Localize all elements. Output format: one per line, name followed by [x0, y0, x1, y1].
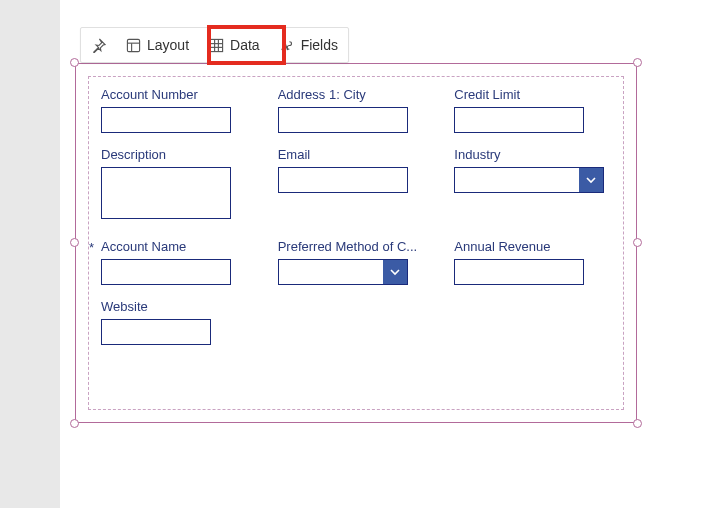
fields-tab-label: Fields	[301, 37, 338, 53]
chevron-down-icon[interactable]	[383, 260, 407, 284]
grid-icon	[209, 38, 224, 53]
form-card[interactable]: Account Number Address 1: City Credit Li…	[75, 63, 637, 423]
resize-handle[interactable]	[633, 58, 642, 67]
text-input[interactable]	[101, 107, 231, 133]
field-account-number[interactable]: Account Number	[101, 87, 258, 133]
text-input[interactable]	[278, 107, 408, 133]
pin-button[interactable]	[81, 28, 116, 62]
layout-tab-label: Layout	[147, 37, 189, 53]
dropdown-input[interactable]	[454, 167, 604, 193]
context-toolbar: Layout Data Fields	[80, 27, 349, 63]
field-label: Preferred Method of C...	[278, 239, 435, 254]
field-label: Description	[101, 147, 258, 162]
data-tab[interactable]: Data	[199, 28, 270, 62]
resize-handle[interactable]	[70, 419, 79, 428]
form-card-selection[interactable]: Account Number Address 1: City Credit Li…	[75, 63, 637, 423]
svg-rect-0	[127, 39, 139, 51]
layout-tab[interactable]: Layout	[116, 28, 199, 62]
resize-handle[interactable]	[633, 238, 642, 247]
data-tab-label: Data	[230, 37, 260, 53]
fields-icon	[280, 38, 295, 53]
field-address1-city[interactable]: Address 1: City	[278, 87, 435, 133]
field-email[interactable]: Email	[278, 147, 435, 219]
fields-tab[interactable]: Fields	[270, 28, 348, 62]
multiline-input[interactable]	[101, 167, 231, 219]
field-label: Annual Revenue	[454, 239, 611, 254]
text-input[interactable]	[454, 107, 584, 133]
fields-grid: Account Number Address 1: City Credit Li…	[101, 87, 611, 399]
field-label: Address 1: City	[278, 87, 435, 102]
svg-rect-3	[210, 39, 222, 51]
field-annual-revenue[interactable]: Annual Revenue	[454, 239, 611, 285]
field-label: Website	[101, 299, 258, 314]
field-website[interactable]: Website	[101, 299, 258, 345]
field-description[interactable]: Description	[101, 147, 258, 219]
field-label: Industry	[454, 147, 611, 162]
chevron-down-icon[interactable]	[579, 168, 603, 192]
form-section[interactable]: Account Number Address 1: City Credit Li…	[88, 76, 624, 410]
field-preferred-method[interactable]: Preferred Method of C...	[278, 239, 435, 285]
field-industry[interactable]: Industry	[454, 147, 611, 219]
field-label: Credit Limit	[454, 87, 611, 102]
resize-handle[interactable]	[70, 58, 79, 67]
text-input[interactable]	[101, 319, 211, 345]
field-label: Account Name	[101, 239, 258, 254]
dropdown-input[interactable]	[278, 259, 408, 285]
required-indicator: *	[89, 240, 94, 255]
field-credit-limit[interactable]: Credit Limit	[454, 87, 611, 133]
text-input[interactable]	[278, 167, 408, 193]
text-input[interactable]	[101, 259, 231, 285]
field-account-name[interactable]: * Account Name	[101, 239, 258, 285]
field-label: Email	[278, 147, 435, 162]
resize-handle[interactable]	[633, 419, 642, 428]
field-label: Account Number	[101, 87, 258, 102]
pin-icon	[91, 38, 106, 53]
layout-icon	[126, 38, 141, 53]
text-input[interactable]	[454, 259, 584, 285]
resize-handle[interactable]	[70, 238, 79, 247]
